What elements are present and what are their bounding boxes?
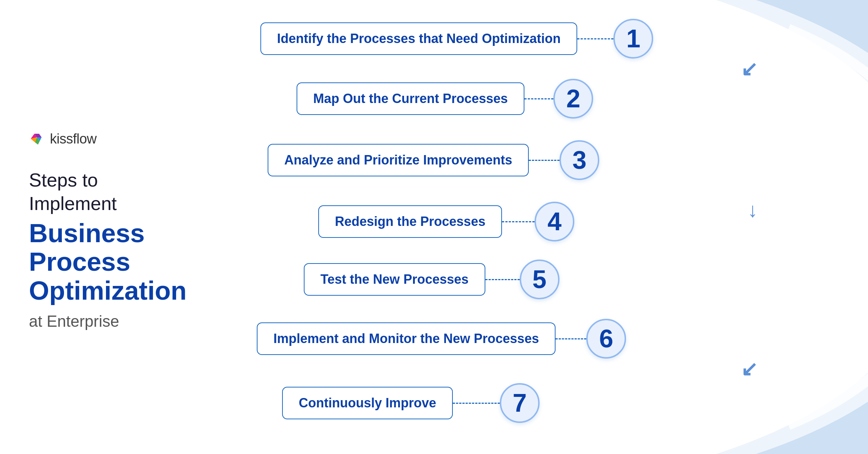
step-circle-4: 4 bbox=[535, 202, 574, 241]
dashed-4 bbox=[502, 221, 535, 222]
step-box-2: Map Out the Current Processes bbox=[297, 82, 524, 115]
step-box-5: Test the New Processes bbox=[304, 263, 485, 296]
step-box-4: Redesign the Processes bbox=[318, 205, 502, 238]
step-circle-7: 7 bbox=[500, 383, 540, 423]
heading-at: at Enterprise bbox=[29, 312, 224, 330]
step-circle-1: 1 bbox=[613, 19, 653, 59]
arrow-down-1: ↙ bbox=[741, 57, 758, 81]
heading-title-bold: Business ProcessOptimization bbox=[29, 219, 224, 305]
arrow-down-4: ↓ bbox=[748, 198, 758, 222]
logo-area: kissflow bbox=[29, 131, 224, 147]
step-circle-2: 2 bbox=[553, 79, 593, 119]
kissflow-logo-icon bbox=[29, 131, 45, 147]
step-circle-6: 6 bbox=[586, 319, 626, 359]
logo-text: kissflow bbox=[50, 131, 97, 147]
step-row-4: Redesign the Processes 4 bbox=[318, 202, 574, 241]
main-container: kissflow Steps toImplement Business Proc… bbox=[0, 0, 868, 454]
step-row-6: Implement and Monitor the New Processes … bbox=[257, 319, 626, 359]
step-row-1: Identify the Processes that Need Optimiz… bbox=[260, 19, 653, 59]
left-panel: kissflow Steps toImplement Business Proc… bbox=[0, 0, 246, 454]
step-row-5: Test the New Processes 5 bbox=[304, 260, 559, 299]
step-circle-5: 5 bbox=[520, 260, 559, 299]
dashed-6 bbox=[556, 338, 586, 339]
step-row-7: Continuously Improve 7 bbox=[282, 383, 540, 423]
right-panel: ↙ ↓ ↙ Identify the Processes that Need O… bbox=[246, 0, 868, 454]
step-row-2: Map Out the Current Processes 2 bbox=[297, 79, 593, 119]
step-row-3: Analyze and Prioritize Improvements 3 bbox=[268, 140, 599, 180]
dashed-7 bbox=[453, 403, 500, 404]
dashed-2 bbox=[524, 98, 553, 99]
step-box-3: Analyze and Prioritize Improvements bbox=[268, 144, 529, 176]
dashed-3 bbox=[529, 160, 559, 161]
step-circle-3: 3 bbox=[559, 140, 599, 180]
dashed-1 bbox=[577, 38, 613, 39]
step-box-6: Implement and Monitor the New Processes bbox=[257, 322, 556, 355]
heading-subtitle: Steps toImplement bbox=[29, 168, 224, 215]
arrow-down-7: ↙ bbox=[741, 357, 758, 381]
step-box-1: Identify the Processes that Need Optimiz… bbox=[260, 22, 577, 55]
step-box-7: Continuously Improve bbox=[282, 387, 453, 419]
dashed-5 bbox=[485, 279, 520, 280]
